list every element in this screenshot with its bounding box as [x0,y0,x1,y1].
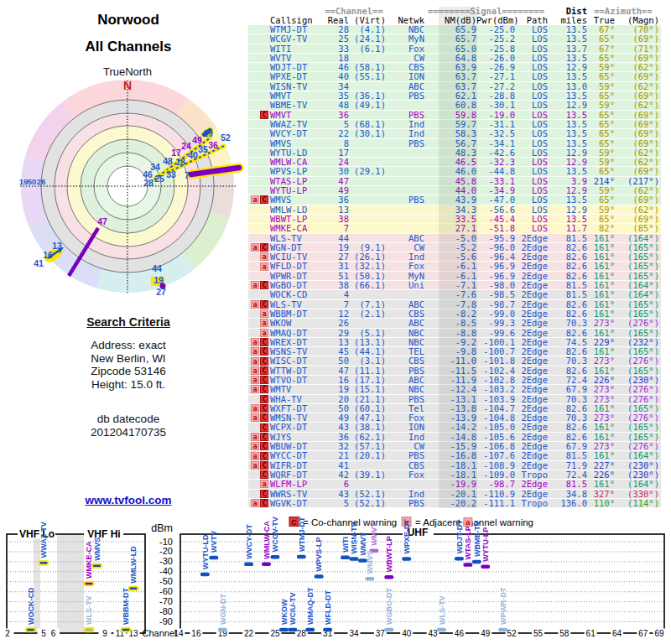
radar-channel-label: 52 [221,132,231,143]
cell-nw [386,205,424,214]
cell-re: 45 [322,347,349,356]
cell-re: 24 [322,158,349,166]
cell-pw: -96.9 [476,272,515,280]
cell-nm: -16.8 [424,451,476,460]
signal-bar-label: WLS-TV [85,596,93,626]
cell-re: 25 [322,34,349,43]
cell-cs: WMVT [270,91,322,100]
cell-vi [349,139,386,148]
cell-pw: -108.9 [476,461,515,470]
cell-mi: 82.6 [548,309,587,318]
cell-vi [349,158,386,166]
search-criteria-line: Height: 15.0 ft. [0,378,257,392]
cell-mi: 34.8 [548,490,587,498]
cell-nw: ABC [386,376,424,384]
cell-pa: LOS [515,177,548,185]
cell-pw: -51.8 [476,224,515,232]
warning-badges [248,72,270,80]
cell-nw: TEL [386,347,424,356]
table-body: WTMJ-DT28(4.1)NBC65.9-25.0LOS13.567°(70°… [248,25,661,508]
cell-pa: 2Edge [515,451,548,460]
channel-tick-label: 61 [586,629,596,638]
cell-pa: 2Edge [515,252,548,261]
cell-nm: 48.3 [424,148,476,157]
radar-channel-label: 25 [154,174,164,184]
cell-cs: WKOW [270,319,322,327]
cell-nm: 65.0 [424,44,476,53]
cell-vi: (68.1) [349,120,386,128]
cell-mi: 82.6 [548,347,587,356]
cell-mi: 82.6 [548,252,587,261]
cell-pa: 2Edge [515,385,548,393]
cell-vi: (24.1) [349,34,386,43]
cell-mi: 13.5 [548,34,587,43]
dbm-tick-label: -70 [159,596,173,606]
signal-bar-label: WWAZ-TV [39,522,48,558]
co-channel-badge: C [260,281,268,289]
cell-mi: 82.6 [548,262,587,270]
cell-re: 33 [322,44,349,53]
adjacent-channel-badge: a [251,243,259,252]
cell-tr: 65° [587,91,615,100]
cell-mg: (165°) [615,309,659,318]
signal-bar-label: WBBM-DT [122,588,130,625]
adjacent-channel-badge: a [251,442,259,450]
cell-vi: (57.1) [349,442,386,450]
cell-mi: 74.5 [548,338,587,346]
cell-mi: 13.5 [548,91,587,100]
cell-pw: -96.9 [476,262,515,270]
cell-vi: (62.1) [349,433,386,441]
cell-nm: -13.1 [424,395,476,403]
adjacent-channel-badge: a [260,252,268,261]
radar-channel-label: 19 [19,177,29,186]
warning-badges: aC [248,366,270,375]
warning-badges: aC [248,442,270,450]
cell-vi: (58.1) [349,63,386,71]
cell-nm: 62.1 [424,91,476,100]
cell-pw: -101.8 [476,356,515,365]
adjacent-channel-badge: a [251,366,259,375]
radar-channel-label: 44 [152,263,162,273]
adjacent-channel-badge: a [251,357,259,366]
cell-vi: (39.1) [349,470,386,479]
cell-re: 20 [322,395,349,403]
cell-tr: 273° [587,413,615,422]
cell-pw: -95.9 [476,234,515,242]
cell-re: 51 [322,272,349,280]
cell-mi: 136.0 [548,499,587,507]
cell-cs: WSNS-TV [270,347,322,356]
cell-tr: 59° [587,186,615,195]
channel-tick-label: 55 [533,629,544,638]
signal-bar [209,556,218,560]
cell-pw: -32.3 [476,158,515,166]
signal-bar [26,628,35,632]
cell-cs: WBME-TV [270,101,322,109]
cell-re: 13 [322,338,349,346]
cell-mi: 13.5 [548,25,587,34]
cell-re: 7 [322,224,349,232]
cell-pa: 2Edge [515,300,548,309]
cell-cs: WQRF-DT [270,470,322,479]
signal-bar-label: WPWR-DT [499,587,507,625]
adjacent-channel-badge: a [251,376,259,384]
cell-cs: WITI [270,44,322,53]
cell-mg: (71°) [615,44,659,53]
signal-bar [402,557,411,561]
radar-channel-label: 40 [188,150,198,160]
cell-mi: 81.5 [548,234,587,242]
cell-cs: WMVS [270,139,322,148]
signal-bar-label: WMVT [370,522,378,546]
signal-bar [244,563,253,567]
cell-pw: -110.9 [476,490,515,498]
cell-mg: (165°) [615,272,659,280]
cell-nm: 46.0 [424,167,476,175]
cell-cs: WYTU-LD [270,148,322,157]
cell-mg: (114°) [615,499,659,507]
cell-mg: (69°) [615,111,659,119]
tvfool-link[interactable]: www.tvfool.com [0,494,257,506]
cell-nm: 59.8 [424,111,476,119]
cell-nm: 63.9 [424,63,476,71]
cell-nm: -7.1 [424,281,476,289]
signal-bar-label: WPVS-LP [315,538,324,572]
cell-pw: -26.0 [476,54,515,62]
